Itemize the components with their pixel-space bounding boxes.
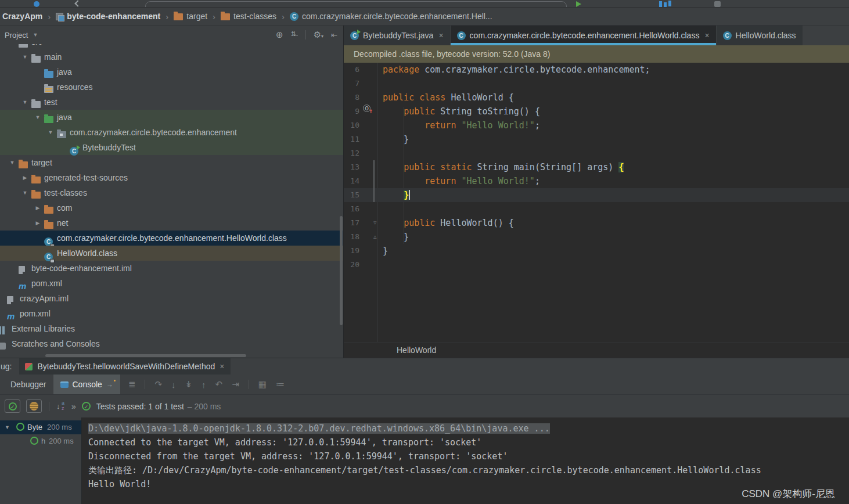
scope-bar [373, 188, 375, 202]
tree-item-bytebuddytest[interactable]: CBytebuddyTest [0, 140, 343, 155]
tree-item-src[interactable]: ▼src [0, 44, 343, 49]
tab-console[interactable]: Console → [53, 375, 120, 394]
tree-item-com[interactable]: ▶com [0, 200, 343, 215]
collapse-all-icon[interactable] [291, 31, 298, 39]
editor-tab[interactable]: CHelloWorld.class [717, 26, 803, 45]
line-number: 20 [344, 258, 359, 272]
fold-marker-icon[interactable]: ▿ [373, 216, 377, 230]
editor-tab[interactable]: CBytebuddyTest.java× [344, 26, 450, 45]
project-vertical-scrollbar[interactable] [340, 216, 343, 325]
tree-item-test[interactable]: ▼test [0, 95, 343, 110]
line-number: 11 [344, 132, 359, 146]
tree-item-crazyapm-iml[interactable]: crazyApm.iml [0, 291, 343, 306]
line-number: 10 [344, 118, 359, 132]
chevron-down-icon[interactable]: ▼ [5, 420, 10, 434]
layout-settings-icon[interactable]: ≔ [276, 379, 285, 390]
tree-item-pom-xml[interactable]: mpom.xml [0, 306, 343, 321]
tree-item-java[interactable]: ▼java [0, 110, 343, 125]
show-passed-toggle[interactable]: ✓ [5, 399, 20, 413]
run-configuration-tab[interactable]: BytebuddyTest.helloworldSaveWithDefineMe… [19, 358, 230, 375]
project-view-dropdown-icon[interactable]: ▼ [33, 32, 38, 38]
run-configuration-combo[interactable] [145, 1, 567, 8]
back-icon[interactable] [74, 0, 81, 6]
close-icon[interactable]: × [438, 31, 443, 40]
breadcrumb-chevron-icon: › [48, 12, 51, 21]
test-tree-item[interactable]: h200 ms [0, 434, 81, 448]
tab-debugger[interactable]: Debugger [3, 375, 53, 394]
chevron-down-icon[interactable]: ▼ [20, 49, 30, 64]
breadcrumb-class-name[interactable]: HelloWorld [397, 345, 436, 355]
breadcrumb-item[interactable]: test-classes [220, 12, 278, 21]
breadcrumb-item[interactable]: target [172, 12, 208, 21]
override-marker-icon[interactable] [363, 107, 372, 116]
tree-item-generated-test-sources[interactable]: ▶generated-test-sources [0, 170, 343, 185]
maven-icon: m [7, 311, 15, 321]
tree-item-com-crazymaker-circle-bytecode-enhancement-helloworld-class[interactable]: Ccom.crazymaker.circle.bytecode.enhancem… [0, 231, 343, 246]
close-icon[interactable]: × [704, 31, 709, 40]
tree-item-byte-code-enhancement-iml[interactable]: byte-code-enhancement.iml [0, 261, 343, 276]
evaluate-expression-icon[interactable]: ▦ [258, 379, 267, 390]
close-icon[interactable]: × [220, 362, 224, 371]
tree-item-net[interactable]: ▶net [0, 215, 343, 231]
main-toolbar-clipped [0, 0, 849, 8]
test-tree-item[interactable]: ▼Byte200 ms [0, 420, 81, 434]
test-folder-icon [44, 116, 53, 123]
scope-bar [373, 160, 375, 174]
chevron-down-icon[interactable]: ▼ [7, 44, 17, 49]
chevron-down-icon[interactable]: ▼ [20, 185, 30, 200]
tree-item-resources[interactable]: resources [0, 80, 343, 95]
project-horizontal-scrollbar[interactable] [45, 354, 246, 357]
line-number: 15 [344, 188, 359, 202]
tool-icon[interactable] [714, 1, 721, 7]
code-line-10: 10 return "Hello World!"; [344, 118, 849, 132]
tree-item-java[interactable]: java [0, 64, 343, 80]
chevron-down-icon[interactable]: ▼ [45, 125, 56, 140]
line-number: 13 [344, 160, 359, 174]
class-icon: C [723, 31, 732, 40]
tree-item-external-libraries[interactable]: External Libraries [0, 321, 343, 336]
editor-tab[interactable]: Ccom.crazymaker.circle.bytecode.enhancem… [451, 26, 716, 45]
tests-passed-text: Tests passed: 1 of 1 test [96, 402, 184, 411]
chevron-right-icon[interactable]: ▶ [33, 215, 43, 231]
editor-breadcrumb[interactable]: HelloWorld [344, 342, 849, 358]
tree-item-com-crazymaker-circle-bytecode-enhancement[interactable]: ▼com.crazymaker.circle.bytecode.enhancem… [0, 125, 343, 140]
breadcrumb-item[interactable]: byte-code-enhancement [55, 12, 161, 21]
chevron-right-icon[interactable]: ▶ [20, 170, 30, 185]
step-over-icon[interactable]: ↷ [154, 379, 162, 390]
run-to-cursor-icon[interactable]: ⇥ [232, 379, 239, 390]
status-separator [49, 402, 49, 411]
code-editor[interactable]: 6package com.crazymaker.circle.bytecode.… [344, 63, 849, 342]
drop-frame-icon[interactable]: ↶ [215, 379, 223, 390]
breadcrumb-item[interactable]: Ccom.crazymaker.circle.bytecode.enhancem… [289, 12, 494, 21]
tree-item-target[interactable]: ▼target [0, 155, 343, 170]
chevron-down-icon[interactable]: ▼ [20, 95, 30, 110]
tree-item-scratches-and-consoles[interactable]: Scratches and Consoles [0, 336, 343, 351]
tree-item-main[interactable]: ▼main [0, 49, 343, 64]
line-number: 14 [344, 174, 359, 188]
debug-content: ▼Byte200 msh200 ms D:\dev\jdk\java-1.8.0… [0, 417, 849, 504]
chevron-right-icon[interactable]: ▶ [33, 200, 43, 215]
chevron-down-icon[interactable]: ▼ [33, 110, 43, 125]
expand-chevrons-icon[interactable]: » [71, 402, 76, 411]
show-execution-point-icon[interactable]: ≣ [128, 379, 136, 390]
tree-item-helloworld-class[interactable]: CHelloWorld.class [0, 246, 343, 261]
force-step-into-icon[interactable]: ↡ [185, 379, 193, 390]
chevron-down-icon[interactable]: ▼ [7, 155, 17, 170]
step-into-icon[interactable]: ↓ [171, 380, 176, 390]
fold-marker-icon[interactable]: ▵ [373, 230, 377, 244]
sort-alphabetically-icon[interactable]: ↓az [56, 402, 66, 411]
sync-icon[interactable] [34, 1, 39, 7]
show-ignored-toggle[interactable] [26, 399, 42, 413]
coverage-icon[interactable] [659, 1, 662, 7]
gear-icon[interactable]: ⚙▾ [314, 30, 323, 40]
code-line-11: 11 } [344, 132, 849, 146]
hide-panel-icon[interactable]: ⇤ [331, 31, 337, 39]
tree-item-test-classes[interactable]: ▼test-classes [0, 185, 343, 200]
step-out-icon[interactable]: ↑ [202, 380, 206, 390]
decompiled-banner: Decompiled .class file, bytecode version… [344, 45, 849, 63]
scope-bar [373, 174, 375, 188]
locate-file-icon[interactable]: ⊕ [276, 30, 283, 40]
breadcrumb-item[interactable]: CrazyApm [1, 12, 44, 21]
run-icon[interactable] [576, 1, 581, 7]
tree-item-pom-xml[interactable]: mpom.xml [0, 276, 343, 291]
